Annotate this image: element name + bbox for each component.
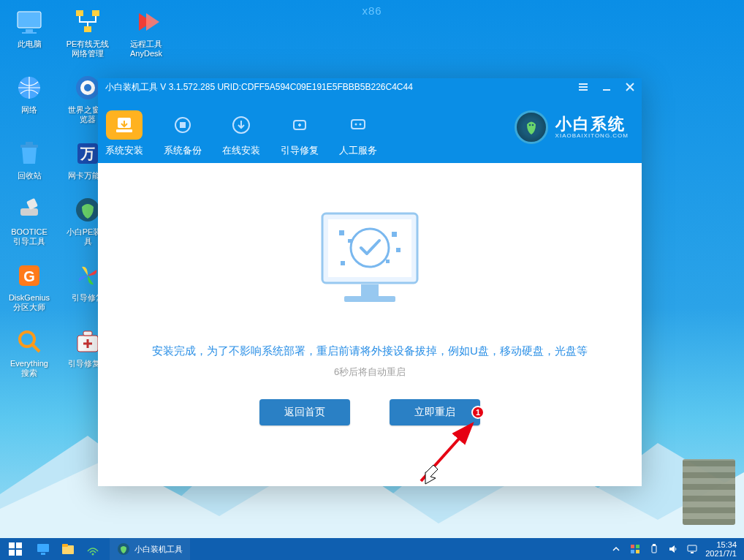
globe-icon [13, 72, 45, 104]
taskbar-wifi-icon[interactable] [80, 538, 105, 560]
svg-rect-48 [16, 542, 22, 548]
backup-icon [164, 110, 201, 140]
taskbar-clock[interactable]: 15:34 2021/7/1 [705, 540, 737, 558]
svg-rect-54 [62, 544, 68, 547]
window-title: 小白装机工具 V 3.1.572.285 URID:CDFF5A594C09E1… [105, 81, 413, 94]
svg-rect-38 [339, 230, 344, 235]
desktop-icon-this-pc[interactable]: 此电脑 [7, 6, 51, 58]
svg-rect-3 [76, 10, 83, 16]
minimize-button[interactable] [601, 81, 612, 93]
svg-text:G: G [23, 268, 35, 284]
desktop-icon-bootice[interactable]: BOOTICE引导工具 [7, 194, 51, 246]
xiaobai-installer-window: 小白装机工具 V 3.1.572.285 URID:CDFF5A594C09E1… [98, 78, 642, 486]
svg-rect-50 [16, 550, 22, 556]
brand-name: 小白系统 [555, 116, 629, 133]
search-icon [13, 325, 45, 357]
pixelated-thumbnail [683, 459, 735, 525]
xiaobai-small-icon [117, 542, 130, 556]
svg-rect-64 [691, 552, 694, 553]
svg-point-55 [92, 553, 94, 556]
content-area: 安装完成，为了不影响系统部署，重启前请将外接设备拔掉，例如U盘，移动硬盘，光盘等… [98, 163, 642, 486]
svg-rect-47 [9, 542, 15, 548]
svg-rect-58 [636, 545, 639, 548]
completion-message: 安装完成，为了不影响系统部署，重启前请将外接设备拔掉，例如U盘，移动硬盘，光盘等 [152, 344, 588, 358]
tray-usb-icon[interactable] [648, 543, 660, 555]
svg-rect-1 [26, 29, 33, 32]
svg-rect-49 [9, 550, 15, 556]
tab-manual-service[interactable]: 人工服务 [339, 110, 377, 157]
svg-rect-22 [83, 331, 92, 336]
bootice-icon [13, 194, 45, 226]
brand-logo-icon [515, 110, 548, 144]
diskgenius-icon: G [13, 260, 45, 292]
tab-system-backup[interactable]: 系统备份 [164, 110, 202, 157]
taskbar: 小白装机工具 15:34 2021/7/1 [0, 538, 744, 560]
svg-rect-41 [386, 260, 390, 263]
svg-rect-15 [26, 198, 38, 210]
svg-rect-52 [41, 553, 45, 555]
brand: 小白系统 XIAOBAIXITONG.COM [515, 110, 629, 144]
svg-rect-42 [341, 261, 345, 265]
arch-label: x86 [362, 4, 382, 17]
svg-rect-44 [361, 284, 379, 296]
trash-icon [13, 137, 45, 170]
svg-point-33 [528, 124, 531, 126]
svg-rect-5 [84, 26, 91, 32]
network-icon [72, 6, 104, 38]
brand-url: XIAOBAIXITONG.COM [555, 133, 629, 140]
svg-rect-43 [396, 248, 401, 252]
svg-rect-62 [653, 544, 656, 546]
start-button[interactable] [0, 538, 31, 560]
tray-volume-icon[interactable] [667, 543, 679, 555]
system-tray: 15:34 2021/7/1 [610, 540, 744, 558]
desktop-icon-anydesk[interactable]: 远程工具AnyDesk [124, 6, 168, 58]
desktop-icon-network[interactable]: 网络 [7, 72, 51, 124]
taskbar-app-xiaobai[interactable]: 小白装机工具 [110, 538, 190, 560]
svg-rect-63 [688, 545, 696, 551]
svg-rect-59 [631, 550, 634, 553]
svg-rect-25 [116, 129, 132, 132]
desktop-icon-diskgenius[interactable]: GDiskGenius分区大师 [7, 260, 51, 312]
svg-text:万: 万 [80, 145, 95, 162]
svg-rect-30 [352, 120, 365, 129]
tray-chevron-icon[interactable] [610, 543, 622, 555]
svg-rect-2 [22, 32, 37, 34]
menu-button[interactable] [577, 81, 589, 93]
toolbar-tabs: 系统安装 系统备份 在线安装 引导修复 人工服务 [105, 110, 377, 157]
desktop-icon-recycle-bin[interactable]: 回收站 [7, 137, 51, 181]
svg-rect-61 [652, 545, 656, 553]
svg-rect-60 [636, 550, 639, 553]
repair-icon [281, 110, 318, 140]
desktop-icon-everything[interactable]: Everything搜索 [7, 325, 51, 378]
svg-rect-57 [631, 545, 634, 548]
tray-display-icon[interactable] [686, 543, 698, 555]
install-icon [106, 110, 143, 140]
monitor-icon [13, 6, 45, 38]
svg-rect-39 [348, 239, 352, 243]
svg-rect-11 [26, 142, 33, 145]
svg-rect-51 [37, 544, 49, 552]
svg-rect-10 [20, 145, 38, 148]
countdown-text: 6秒后将自动重启 [334, 366, 406, 379]
svg-line-20 [32, 344, 39, 352]
restart-now-button[interactable]: 立即重启 1 [390, 399, 480, 425]
download-icon [223, 110, 259, 140]
svg-rect-40 [392, 232, 397, 237]
svg-point-31 [355, 124, 357, 126]
tab-boot-repair[interactable]: 引导修复 [281, 110, 319, 157]
desktop-icon-pe-network[interactable]: PE有线无线网络管理 [66, 6, 110, 58]
back-home-button[interactable]: 返回首页 [259, 399, 350, 425]
svg-rect-45 [344, 296, 395, 302]
svg-rect-4 [92, 10, 99, 16]
close-button[interactable] [624, 81, 636, 93]
svg-rect-14 [20, 208, 38, 216]
success-illustration [304, 203, 436, 322]
tab-system-install[interactable]: 系统安装 [105, 110, 143, 157]
svg-rect-0 [18, 12, 41, 28]
taskbar-monitor-icon[interactable] [31, 538, 56, 560]
taskbar-explorer-icon[interactable] [56, 538, 80, 560]
anydesk-icon [130, 6, 162, 38]
tray-security-icon[interactable] [629, 543, 641, 555]
svg-point-34 [531, 124, 534, 126]
tab-online-install[interactable]: 在线安装 [222, 110, 260, 157]
